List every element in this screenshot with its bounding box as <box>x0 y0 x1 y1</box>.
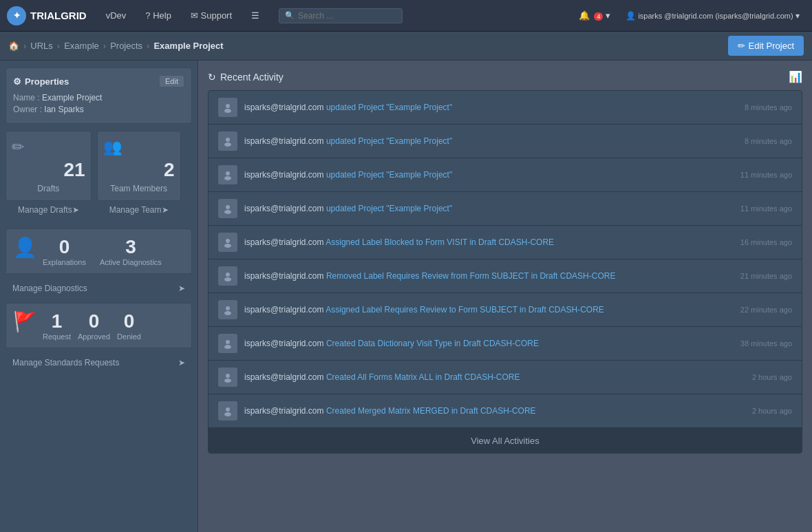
project-name-value: Example Project <box>42 93 102 103</box>
activity-avatar <box>218 401 237 421</box>
svg-point-11 <box>224 210 231 214</box>
drafts-card: ✏ 21 Drafts Manage Drafts ➤ <box>6 131 92 223</box>
activity-action[interactable]: Assigned Label Blocked to Form VISIT in … <box>325 237 554 247</box>
team-stat-card[interactable]: 👥 2 Team Members <box>97 131 181 201</box>
activity-action[interactable]: Created Merged Matrix MERGED in Draft CD… <box>326 406 536 416</box>
activity-action[interactable]: Assigned Label Requires Review to Form S… <box>325 305 604 315</box>
standards-card: 🚩 1 Request 0 Approved 0 Denied <box>6 303 192 348</box>
chat-icon: ✉ <box>191 10 198 21</box>
breadcrumb-sep-3: › <box>103 41 106 51</box>
manage-drafts-footer[interactable]: Manage Drafts ➤ <box>11 201 86 219</box>
diagnostics-card: 👤 0 Explanations 3 Active Diagnostics <box>6 228 192 274</box>
activity-row: isparks@trialgrid.com Created All Forms … <box>209 361 802 394</box>
manage-diagnostics-label: Manage Diagnostics <box>12 284 87 293</box>
name-label: Name : <box>13 93 42 103</box>
standards-nums: 1 Request 0 Approved 0 Denied <box>43 310 141 341</box>
breadcrumb-bar: 🏠 › URLs › Example › Projects › Example … <box>0 32 812 61</box>
activity-text: isparks@trialgrid.com updated Project "E… <box>244 136 738 146</box>
question-icon: ? <box>145 10 150 21</box>
activity-action[interactable]: updated Project "Example Project" <box>326 170 452 180</box>
svg-point-4 <box>226 138 230 142</box>
nav-vdev[interactable]: vDev <box>99 8 133 23</box>
manage-standards-footer[interactable]: Manage Standards Requests ➤ <box>6 354 192 372</box>
manage-standards-label: Manage Standards Requests <box>12 358 119 368</box>
activity-action[interactable]: updated Project "Example Project" <box>326 204 452 213</box>
breadcrumb-current: Example Project <box>153 41 223 51</box>
brand[interactable]: ✦ TRIALGRID <box>7 6 87 25</box>
activity-time: 8 minutes ago <box>745 137 792 145</box>
actor-name: isparks@trialgrid.com <box>244 170 324 180</box>
user-icon: 👤 <box>626 11 636 21</box>
svg-point-10 <box>226 205 230 209</box>
activity-row: isparks@trialgrid.com Assigned Label Req… <box>209 293 802 327</box>
actor-name: isparks@trialgrid.com <box>244 237 324 247</box>
search-icon: 🔍 <box>285 11 295 20</box>
brand-icon: ✦ <box>7 6 26 25</box>
drafts-count: 21 <box>12 159 85 181</box>
breadcrumb-urls[interactable]: URLs <box>30 41 53 51</box>
search-input[interactable] <box>298 11 394 21</box>
activity-action[interactable]: updated Project "Example Project" <box>326 136 452 146</box>
manage-team-footer[interactable]: Manage Team ➤ <box>103 201 175 219</box>
view-all-button[interactable]: View All Activities <box>209 428 802 453</box>
breadcrumb-projects[interactable]: Projects <box>110 41 142 51</box>
project-owner-row: Owner : Ian Sparks <box>13 105 184 114</box>
svg-point-23 <box>224 345 231 349</box>
nav-support[interactable]: ✉ Support <box>184 8 239 23</box>
drafts-stat-card[interactable]: ✏ 21 Drafts <box>6 131 92 201</box>
cog-icon: ⚙ <box>13 76 21 87</box>
svg-point-20 <box>224 311 231 315</box>
nav-help[interactable]: ? Help <box>138 8 178 23</box>
activity-time: 2 hours ago <box>752 407 792 415</box>
actor-name: isparks@trialgrid.com <box>244 305 324 315</box>
activity-time: 11 minutes ago <box>740 204 792 213</box>
user-chevron-icon: ▾ <box>795 11 800 21</box>
activity-row: isparks@trialgrid.com Created Merged Mat… <box>209 394 802 428</box>
arrow-right-icon: ➤ <box>72 205 79 215</box>
svg-point-1 <box>226 104 230 108</box>
svg-point-25 <box>226 374 230 378</box>
svg-point-2 <box>224 109 231 113</box>
team-count: 2 <box>103 159 175 181</box>
activity-action[interactable]: Removed Label Requires Review from Form … <box>326 271 616 281</box>
diagnostics-row: 👤 0 Explanations 3 Active Diagnostics <box>13 236 184 266</box>
approved-block: 0 Approved <box>78 310 110 341</box>
edit-project-button[interactable]: ✏ Edit Project <box>728 36 804 56</box>
breadcrumb-example[interactable]: Example <box>64 41 99 51</box>
activity-action[interactable]: Created Data Dictionary Visit Type in Dr… <box>326 339 539 348</box>
svg-point-14 <box>224 244 231 248</box>
activity-text: isparks@trialgrid.com updated Project "E… <box>244 103 738 112</box>
activity-action[interactable]: updated Project "Example Project" <box>326 103 452 112</box>
explanations-label: Explanations <box>43 258 86 266</box>
breadcrumb-home[interactable]: 🏠 <box>8 41 19 51</box>
activity-action[interactable]: Created All Forms Matrix ALL in Draft CD… <box>326 372 520 382</box>
activity-time: 16 minutes ago <box>740 238 792 246</box>
chart-icon[interactable]: 📊 <box>789 70 802 83</box>
manage-diagnostics-footer[interactable]: Manage Diagnostics ➤ <box>6 279 192 297</box>
notifications-bell[interactable]: 🔔 4 ▾ <box>575 8 615 23</box>
activity-row: isparks@trialgrid.com Created Data Dicti… <box>209 327 802 361</box>
user-menu[interactable]: 👤 isparks @trialgrid.com (isparks@trialg… <box>620 8 805 23</box>
activity-text: isparks@trialgrid.com Created Merged Mat… <box>244 406 745 416</box>
activity-text: isparks@trialgrid.com Removed Label Requ… <box>244 271 734 281</box>
activity-text: isparks@trialgrid.com updated Project "E… <box>244 204 734 213</box>
notification-count: 4 <box>594 12 603 21</box>
svg-point-8 <box>224 176 231 180</box>
recent-activity-header: ↻ Recent Activity 📊 <box>208 70 802 83</box>
activity-avatar <box>218 199 237 218</box>
nav-menu[interactable]: ☰ <box>244 8 266 23</box>
activity-row: isparks@trialgrid.com Removed Label Requ… <box>209 259 802 293</box>
flag-icon: 🚩 <box>13 310 37 333</box>
content-area: ↻ Recent Activity 📊 isparks@trialgrid.co… <box>198 61 812 532</box>
activity-text: isparks@trialgrid.com Created Data Dicti… <box>244 339 734 348</box>
navbar: ✦ TRIALGRID vDev ? Help ✉ Support ☰ 🔍 🔔 … <box>0 0 812 32</box>
svg-point-17 <box>224 277 231 281</box>
svg-point-26 <box>224 379 231 383</box>
active-diag-block: 3 Active Diagnostics <box>100 236 162 266</box>
bell-icon: 🔔 <box>579 10 590 21</box>
properties-edit-button[interactable]: Edit <box>159 75 184 87</box>
manage-team-label: Manage Team <box>109 205 162 215</box>
svg-point-29 <box>224 412 231 416</box>
pencil-drafts-icon: ✏ <box>12 138 85 156</box>
activity-avatar <box>218 131 237 151</box>
